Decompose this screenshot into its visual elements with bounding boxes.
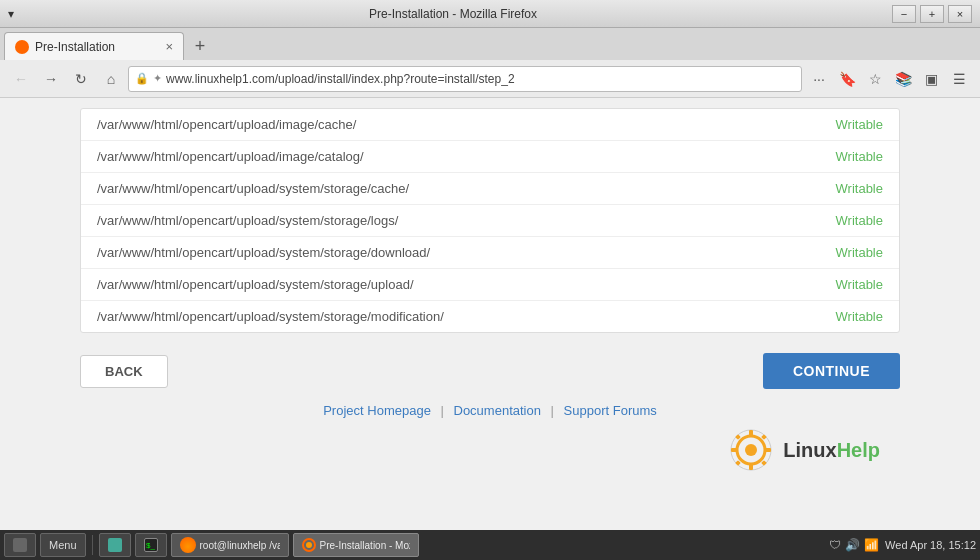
table-row: /var/www/html/opencart/upload/system/sto… [81,269,899,301]
perm-path: /var/www/html/opencart/upload/system/sto… [97,277,414,292]
tab-close-button[interactable]: × [165,39,173,54]
table-row: /var/www/html/opencart/upload/system/sto… [81,301,899,332]
forward-nav-button[interactable]: → [38,66,64,92]
back-nav-button[interactable]: ← [8,66,34,92]
terminal-icon: $_ [144,538,158,552]
table-row: /var/www/html/opencart/upload/image/cata… [81,141,899,173]
tab-favicon [15,40,29,54]
menu-button[interactable]: ☰ [946,66,972,92]
perm-path: /var/www/html/opencart/upload/image/cach… [97,117,356,132]
address-bar[interactable]: 🔒 ✦ www.linuxhelp1.com/upload/install/in… [128,66,802,92]
table-row: /var/www/html/opencart/upload/system/sto… [81,237,899,269]
close-button[interactable]: × [948,5,972,23]
svg-rect-5 [731,448,737,452]
back-button[interactable]: BACK [80,355,168,388]
taskbar-right: 🛡 🔊 📶 Wed Apr 18, 15:12 [829,538,976,552]
logo-area: LinuxHelp [80,424,900,476]
table-row: /var/www/html/opencart/upload/system/sto… [81,173,899,205]
perm-path: /var/www/html/opencart/upload/image/cata… [97,149,364,164]
window-title: Pre-Installation - Mozilla Firefox [14,7,892,21]
footer-sep-1: | [440,403,443,418]
taskbar-clock: Wed Apr 18, 15:12 [885,539,976,551]
svg-point-2 [745,444,757,456]
linuxhelp-logo-text: LinuxHelp [783,439,880,462]
apps-icon [13,538,27,552]
perm-path: /var/www/html/opencart/upload/system/sto… [97,213,398,228]
perm-path: /var/www/html/opencart/upload/system/sto… [97,309,444,324]
security-icon: 🔒 [135,72,149,85]
perm-status: Writable [836,213,883,228]
browser-tab[interactable]: Pre-Installation × [4,32,184,60]
firefox-icon [180,537,196,553]
perm-path: /var/www/html/opencart/upload/system/sto… [97,245,430,260]
table-row: /var/www/html/opencart/upload/image/cach… [81,109,899,141]
taskbar-terminal-button[interactable]: $_ [135,533,167,557]
table-row: /var/www/html/opencart/upload/system/sto… [81,205,899,237]
titlebar-controls: − + × [892,5,972,23]
shield-taskbar-icon: 🛡 [829,538,841,552]
library-button[interactable]: 📚 [890,66,916,92]
taskbar-filemgr-button[interactable] [99,533,131,557]
network-taskbar-icon: 🔊 [845,538,860,552]
footer-links: Project Homepage | Documentation | Suppo… [80,393,900,424]
button-row: BACK CONTINUE [80,349,900,393]
nav-right-buttons: ··· 🔖 ☆ 📚 ▣ ☰ [806,66,972,92]
svg-rect-3 [749,430,753,436]
taskbar-separator [92,535,93,555]
perm-path: /var/www/html/opencart/upload/system/sto… [97,181,409,196]
perm-status: Writable [836,309,883,324]
taskbar-menu-button[interactable]: Menu [40,533,86,557]
taskbar-firefox-button[interactable]: root@linuxhelp /var/... [171,533,289,557]
sidebar-button[interactable]: ▣ [918,66,944,92]
cert-icon: ✦ [153,72,162,85]
browser-taskbar-icon [302,538,316,552]
browser-taskbar-label: Pre-Installation - Mozi... [320,540,410,551]
perm-status: Writable [836,181,883,196]
tab-label: Pre-Installation [35,40,115,54]
taskbar-left: Menu $_ root@linuxhelp /var/... Pre-Inst… [4,533,419,557]
navbar: ← → ↻ ⌂ 🔒 ✦ www.linuxhelp1.com/upload/in… [0,60,980,98]
linuxhelp-logo-icon [729,428,773,472]
perm-status: Writable [836,277,883,292]
taskbar-system-icons: 🛡 🔊 📶 [829,538,879,552]
project-homepage-link[interactable]: Project Homepage [323,403,431,418]
page-content: /var/www/html/opencart/upload/image/cach… [0,98,980,530]
minimize-button[interactable]: − [892,5,916,23]
footer-sep-2: | [551,403,554,418]
perm-status: Writable [836,245,883,260]
support-forums-link[interactable]: Support Forums [564,403,657,418]
permissions-table: /var/www/html/opencart/upload/image/cach… [80,108,900,333]
star-button[interactable]: ☆ [862,66,888,92]
taskbar-terminal-label: root@linuxhelp /var/... [200,540,280,551]
tabbar: Pre-Installation × + [0,28,980,60]
browser-content: /var/www/html/opencart/upload/image/cach… [0,98,980,530]
reload-button[interactable]: ↻ [68,66,94,92]
documentation-link[interactable]: Documentation [454,403,541,418]
continue-button[interactable]: CONTINUE [763,353,900,389]
nav-more-button[interactable]: ··· [806,66,832,92]
taskbar-apps-button[interactable] [4,533,36,557]
url-display: www.linuxhelp1.com/upload/install/index.… [166,72,795,86]
svg-rect-4 [749,464,753,470]
taskbar-browser-button[interactable]: Pre-Installation - Mozi... [293,533,419,557]
home-button[interactable]: ⌂ [98,66,124,92]
svg-rect-6 [765,448,771,452]
perm-status: Writable [836,117,883,132]
taskbar: Menu $_ root@linuxhelp /var/... Pre-Inst… [0,530,980,560]
bookmark-button[interactable]: 🔖 [834,66,860,92]
volume-taskbar-icon: 📶 [864,538,879,552]
menu-label: Menu [49,539,77,551]
filemgr-icon [108,538,122,552]
svg-point-12 [306,542,312,548]
titlebar: ▾ Pre-Installation - Mozilla Firefox − +… [0,0,980,28]
maximize-button[interactable]: + [920,5,944,23]
perm-status: Writable [836,149,883,164]
new-tab-button[interactable]: + [188,34,212,58]
